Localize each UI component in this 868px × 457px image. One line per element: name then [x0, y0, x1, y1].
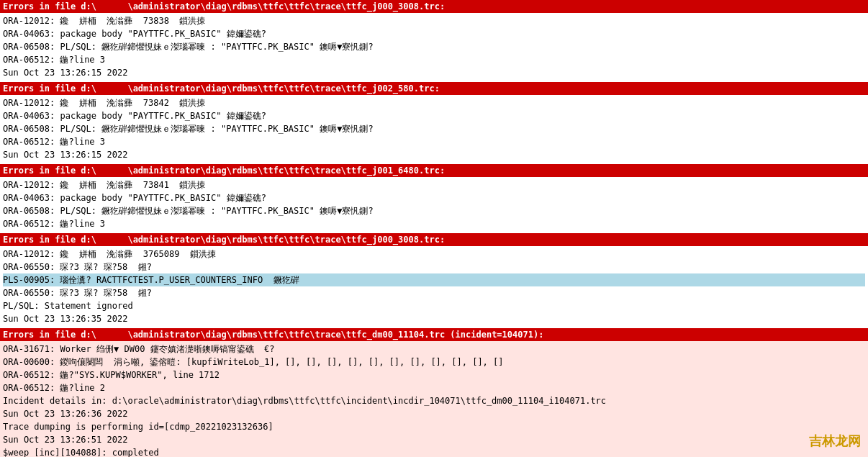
log-line: ORA-04063: package body "PAYTTFC.PK_BASI… — [3, 27, 865, 40]
log-line: Sun Oct 23 13:26:15 2022 — [3, 66, 865, 79]
log-line: Trace dumping is performing id=[cdmp_202… — [3, 420, 865, 433]
log-line: Sun Oct 23 13:26:15 2022 — [3, 148, 865, 161]
log-line: ORA-06512: 鍦?line 2 — [3, 381, 865, 394]
error-header-5: Errors in file d:\oracle\administrator\d… — [0, 328, 868, 341]
log-line: ORA-04063: package body "PAYTTFC.PK_BASI… — [3, 191, 865, 204]
error-body-4: ORA-12012: 鑱 姘栭 浼滃彞 3765089 鎻洪拺 ORA-0655… — [0, 246, 868, 328]
log-line: ORA-06508: PL/SQL: 鐝犵硸鍗懼悓妹ｅ滐瑙幂暕 : "PAYTT… — [3, 122, 865, 135]
log-line: ORA-06550: 琛?3 琛? 琛?58 鎺? — [3, 286, 865, 299]
log-line: ORA-00600: 鍐呴儴閿闆 涓ら噸, 鍙傛暟: [kupfiWriteLo… — [3, 356, 865, 368]
log-line: $weep [inc][104088]: completed — [3, 446, 865, 457]
error-block-5: Errors in file d:\oracle\administrator\d… — [0, 328, 868, 457]
log-line: ORA-06508: PL/SQL: 鐝犵硸鍗懼悓妹ｅ滐瑙幂暕 : "PAYTT… — [3, 204, 865, 217]
error-header-2: Errors in file d:\oracle\administrator\d… — [0, 82, 868, 95]
error-body-5: ORA-31671: Worker 绉侀▼ DW00 鑳冭嫃渚濋晣鐭嗕镐甯鍙礁 … — [0, 341, 868, 457]
error-header-4: Errors in file d:\oracle\administrator\d… — [0, 233, 868, 246]
watermark: 吉林龙网 — [809, 433, 861, 450]
error-body-1: ORA-12012: 鑱 姘栭 浼滃彞 73838 鎻洪拺 ORA-04063:… — [0, 13, 868, 82]
error-block-3: Errors in file d:\oracle\administrator\d… — [0, 164, 868, 233]
log-line: ORA-12012: 鑱 姘栭 浼滃彞 73838 鎻洪拺 — [3, 14, 865, 27]
log-line: ORA-31671: Worker 绉侀▼ DW00 鑳冭嫃渚濋晣鐭嗕镐甯鍙礁 … — [3, 343, 865, 356]
log-line: Sun Oct 23 13:26:36 2022 — [3, 407, 865, 420]
error-block-2: Errors in file d:\oracle\administrator\d… — [0, 82, 868, 164]
error-block-1: Errors in file d:\oracle\administrator\d… — [0, 0, 868, 82]
error-body-2: ORA-12012: 鑱 姘栭 浼滃彞 73842 鎻洪拺 ORA-04063:… — [0, 95, 868, 164]
log-line: Sun Oct 23 13:26:35 2022 — [3, 312, 865, 325]
log-line: ORA-06550: 琛?3 琛? 琛?58 鎺? — [3, 261, 865, 273]
log-line: ORA-12012: 鑱 姘栭 浼滃彞 3765089 鎻洪拺 — [3, 248, 865, 261]
log-line: ORA-06512: 鍦?line 3 — [3, 217, 865, 230]
error-block-4: Errors in file d:\oracle\administrator\d… — [0, 233, 868, 328]
log-line: Sun Oct 23 13:26:51 2022 — [3, 433, 865, 446]
log-line: ORA-06512: 鍦?line 3 — [3, 135, 865, 148]
log-line: PL/SQL: Statement ignored — [3, 299, 865, 312]
error-header-3: Errors in file d:\oracle\administrator\d… — [0, 164, 868, 177]
log-line: ORA-12012: 鑱 姘栭 浼滃彞 73841 鎻洪拺 — [3, 178, 865, 191]
log-line-highlight: PLS-00905: 瑙佺瀵? RACTTFCTEST.P_USER_COUNT… — [3, 273, 865, 286]
error-body-3: ORA-12012: 鑱 姘栭 浼滃彞 73841 鎻洪拺 ORA-04063:… — [0, 177, 868, 233]
log-line: ORA-06512: 鍦?"SYS.KUPW$WORKER", line 171… — [3, 368, 865, 381]
log-line: ORA-12012: 鑱 姘栭 浼滃彞 73842 鎻洪拺 — [3, 96, 865, 109]
log-container: Errors in file d:\oracle\administrator\d… — [0, 0, 868, 457]
log-line: ORA-06512: 鍦?line 3 — [3, 53, 865, 66]
log-line: Incident details in: d:\oracle\administr… — [3, 394, 865, 407]
error-header-1: Errors in file d:\oracle\administrator\d… — [0, 0, 868, 13]
log-line: ORA-04063: package body "PAYTTFC.PK_BASI… — [3, 109, 865, 122]
log-line: ORA-06508: PL/SQL: 鐝犵硸鍗懼悓妹ｅ滐瑙幂暕 : "PAYTT… — [3, 40, 865, 53]
